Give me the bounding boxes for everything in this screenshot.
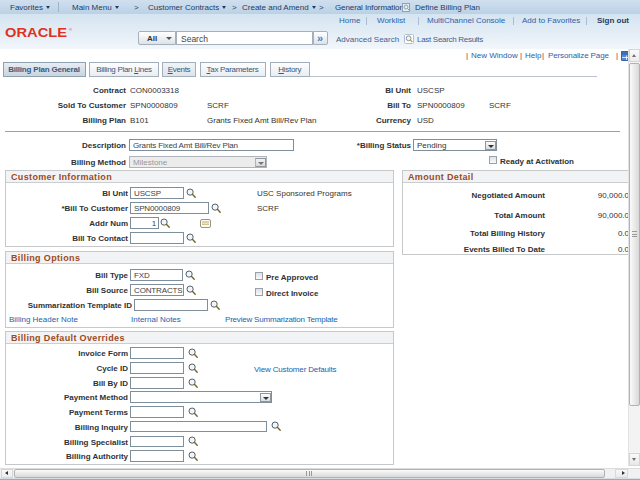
svg-text:®: ® — [69, 27, 72, 32]
svg-text:ORACLE: ORACLE — [5, 27, 67, 40]
